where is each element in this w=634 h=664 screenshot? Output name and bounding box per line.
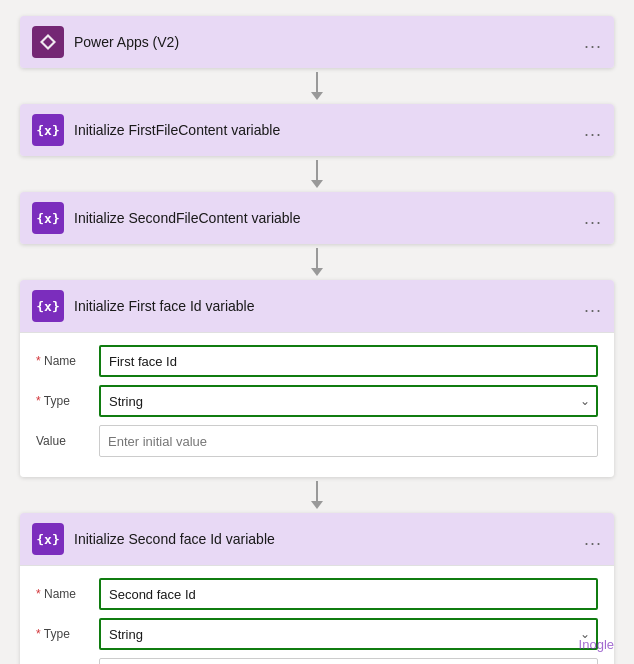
required-star-1: * — [36, 354, 41, 368]
init-second-file-header[interactable]: {x} Initialize SecondFileContent variabl… — [20, 192, 614, 244]
second-face-type-row: * Type String Integer Float Boolean Arra… — [36, 618, 598, 650]
first-face-type-select[interactable]: String Integer Float Boolean Array Objec… — [99, 385, 598, 417]
first-face-value-input[interactable] — [99, 425, 598, 457]
init-first-file-icon: {x} — [32, 114, 64, 146]
init-first-face-body: * Name * Type String Integer Float Boole… — [20, 332, 614, 477]
second-face-type-wrapper: String Integer Float Boolean Array Objec… — [99, 618, 598, 650]
first-face-name-label: * Name — [36, 354, 91, 368]
variable-icon-3: {x} — [36, 299, 59, 314]
first-face-value-label: Value — [36, 434, 91, 448]
power-apps-header[interactable]: Power Apps (V2) ... — [20, 16, 614, 68]
first-face-type-row: * Type String Integer Float Boolean Arra… — [36, 385, 598, 417]
second-face-name-input[interactable] — [99, 578, 598, 610]
required-star-4: * — [36, 627, 41, 641]
arrow-head-3 — [311, 268, 323, 276]
watermark: Inogle — [579, 637, 614, 652]
required-star-2: * — [36, 394, 41, 408]
init-first-face-header[interactable]: {x} Initialize First face Id variable ..… — [20, 280, 614, 332]
arrow-line-4 — [316, 481, 318, 501]
init-second-face-body: * Name * Type String Integer Float Boole… — [20, 565, 614, 664]
first-face-name-row: * Name — [36, 345, 598, 377]
arrow-head-4 — [311, 501, 323, 509]
arrow-line-2 — [316, 160, 318, 180]
second-face-type-select[interactable]: String Integer Float Boolean Array Objec… — [99, 618, 598, 650]
arrow-line-3 — [316, 248, 318, 268]
init-first-face-title: Initialize First face Id variable — [74, 298, 574, 314]
arrow-head-1 — [311, 92, 323, 100]
init-first-face-icon: {x} — [32, 290, 64, 322]
init-second-file-block: {x} Initialize SecondFileContent variabl… — [20, 192, 614, 244]
required-star-3: * — [36, 587, 41, 601]
flow-container: Power Apps (V2) ... {x} Initialize First… — [0, 0, 634, 664]
power-apps-block: Power Apps (V2) ... — [20, 16, 614, 68]
init-second-face-icon: {x} — [32, 523, 64, 555]
variable-icon-2: {x} — [36, 211, 59, 226]
second-face-value-row: Value — [36, 658, 598, 664]
init-second-face-menu[interactable]: ... — [584, 529, 602, 550]
first-face-type-wrapper: String Integer Float Boolean Array Objec… — [99, 385, 598, 417]
arrow-line-1 — [316, 72, 318, 92]
arrow-1 — [311, 68, 323, 104]
init-first-face-block: {x} Initialize First face Id variable ..… — [20, 280, 614, 477]
init-first-face-menu[interactable]: ... — [584, 296, 602, 317]
arrow-head-2 — [311, 180, 323, 188]
init-first-file-menu[interactable]: ... — [584, 120, 602, 141]
first-face-value-row: Value — [36, 425, 598, 457]
second-face-name-row: * Name — [36, 578, 598, 610]
init-second-file-title: Initialize SecondFileContent variable — [74, 210, 574, 226]
init-first-file-title: Initialize FirstFileContent variable — [74, 122, 574, 138]
power-apps-svg — [38, 32, 58, 52]
init-second-file-menu[interactable]: ... — [584, 208, 602, 229]
second-face-name-label: * Name — [36, 587, 91, 601]
second-face-value-input[interactable] — [99, 658, 598, 664]
second-face-type-label: * Type — [36, 627, 91, 641]
init-first-file-header[interactable]: {x} Initialize FirstFileContent variable… — [20, 104, 614, 156]
power-apps-icon — [32, 26, 64, 58]
variable-icon-1: {x} — [36, 123, 59, 138]
init-second-file-icon: {x} — [32, 202, 64, 234]
variable-icon-4: {x} — [36, 532, 59, 547]
init-first-file-block: {x} Initialize FirstFileContent variable… — [20, 104, 614, 156]
arrow-2 — [311, 156, 323, 192]
arrow-4 — [311, 477, 323, 513]
first-face-name-input[interactable] — [99, 345, 598, 377]
first-face-type-label: * Type — [36, 394, 91, 408]
power-apps-menu[interactable]: ... — [584, 32, 602, 53]
init-second-face-header[interactable]: {x} Initialize Second face Id variable .… — [20, 513, 614, 565]
power-apps-title: Power Apps (V2) — [74, 34, 574, 50]
init-second-face-block: {x} Initialize Second face Id variable .… — [20, 513, 614, 664]
arrow-3 — [311, 244, 323, 280]
init-second-face-title: Initialize Second face Id variable — [74, 531, 574, 547]
